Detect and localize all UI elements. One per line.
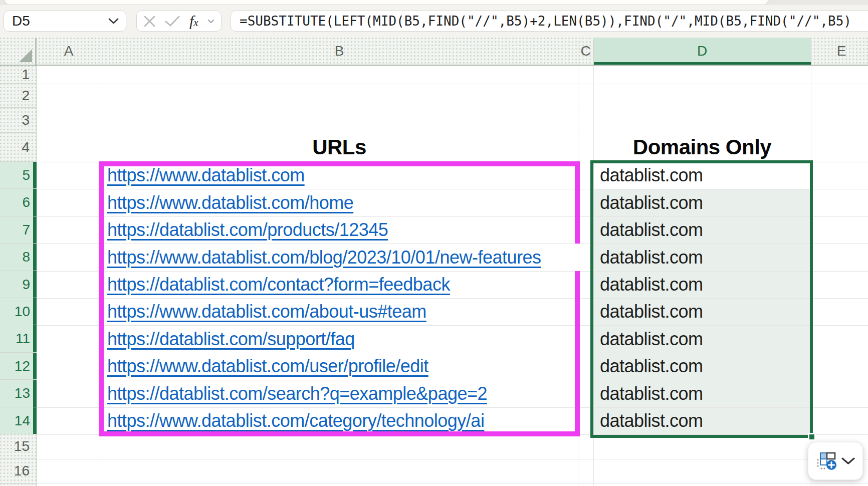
row-header-7[interactable]: 7	[0, 216, 37, 244]
quick-analysis-button[interactable]	[808, 442, 863, 480]
row-header-8[interactable]: 8	[0, 244, 37, 271]
cell-B14[interactable]: https://www.datablist.com/category/techn…	[101, 407, 578, 434]
gridline	[37, 84, 868, 84]
row-header-12[interactable]: 12	[0, 353, 37, 380]
row-header-2[interactable]: 2	[0, 84, 37, 108]
selected-row-bar	[33, 162, 37, 188]
insert-table-icon	[816, 451, 839, 471]
cell-B9[interactable]: https://datablist.com/contact?form=feedb…	[101, 271, 578, 298]
cell-B13[interactable]: https://datablist.com/search?q=example&p…	[101, 380, 578, 407]
column-header-separator	[101, 40, 101, 66]
magenta-annotation-border-bottom	[99, 431, 580, 436]
selected-row-bar	[33, 380, 37, 407]
selected-row-bar	[33, 189, 37, 216]
column-header-bottom-border	[0, 65, 868, 66]
row-header-16[interactable]: 16	[0, 459, 37, 483]
cell-B4[interactable]: URLs	[101, 133, 578, 162]
column-header-separator	[578, 40, 578, 66]
row-header-17[interactable]	[0, 483, 37, 486]
chevron-down-icon	[841, 457, 855, 465]
column-header-B[interactable]: B	[101, 38, 578, 65]
select-all-triangle-icon	[19, 49, 32, 62]
column-header-separator	[593, 40, 594, 66]
row-header-5[interactable]: 5	[0, 162, 37, 189]
cell-B7[interactable]: https://datablist.com/products/12345	[101, 216, 578, 244]
cell-B6[interactable]: https://www.datablist.com/home	[101, 189, 578, 216]
spreadsheet-grid: ABCDE12345678910111213141516URLsDomains …	[0, 0, 868, 486]
magenta-annotation-border-top	[99, 161, 580, 166]
selected-row-bar	[33, 353, 37, 379]
magenta-annotation-border-left	[99, 161, 104, 436]
url-hyperlink[interactable]: https://www.datablist.com/blog/2023/10/0…	[107, 247, 541, 268]
row-header-11[interactable]: 11	[0, 325, 37, 353]
selection-border	[590, 160, 813, 438]
url-hyperlink[interactable]: https://www.datablist.com/about-us#team	[107, 301, 426, 322]
column-header-separator	[811, 40, 811, 66]
column-header-E[interactable]: E	[811, 38, 868, 65]
selected-row-bar	[33, 325, 37, 352]
url-hyperlink[interactable]: https://datablist.com/contact?form=feedb…	[107, 274, 450, 295]
row-header-4[interactable]: 4	[0, 133, 37, 162]
selected-row-bar	[33, 216, 37, 243]
row-header-10[interactable]: 10	[0, 298, 37, 325]
cell-B12[interactable]: https://www.datablist.com/user/profile/e…	[101, 353, 578, 380]
url-hyperlink[interactable]: https://www.datablist.com/home	[107, 192, 353, 213]
selected-row-bar	[33, 244, 37, 271]
column-header-A[interactable]: A	[37, 38, 101, 65]
gridline	[37, 483, 868, 484]
gridline	[37, 108, 868, 108]
url-hyperlink[interactable]: https://datablist.com/support/faq	[107, 329, 355, 350]
selected-row-bar	[33, 407, 37, 434]
gridline	[37, 459, 868, 459]
row-header-14[interactable]: 14	[0, 407, 37, 434]
cell-B10[interactable]: https://www.datablist.com/about-us#team	[101, 298, 578, 325]
row-header-1[interactable]: 1	[0, 66, 37, 84]
select-all-corner[interactable]	[0, 38, 37, 65]
url-hyperlink[interactable]: https://www.datablist.com	[107, 165, 305, 186]
magenta-annotation-border-right-lower	[575, 271, 580, 436]
cell-B8[interactable]: https://www.datablist.com/blog/2023/10/0…	[101, 244, 578, 271]
row-header-6[interactable]: 6	[0, 189, 37, 216]
selected-row-bar	[33, 271, 37, 298]
url-hyperlink[interactable]: https://www.datablist.com/user/profile/e…	[107, 356, 428, 377]
cell-D4[interactable]: Domains Only	[593, 133, 811, 162]
url-hyperlink[interactable]: https://datablist.com/products/12345	[107, 219, 388, 240]
url-hyperlink[interactable]: https://datablist.com/search?q=example&p…	[107, 383, 487, 404]
column-header-D[interactable]: D	[593, 38, 811, 65]
cell-B11[interactable]: https://datablist.com/support/faq	[101, 325, 578, 353]
row-header-3[interactable]: 3	[0, 108, 37, 133]
row-header-15[interactable]: 15	[0, 434, 37, 459]
row-header-9[interactable]: 9	[0, 271, 37, 298]
row-header-13[interactable]: 13	[0, 380, 37, 407]
selected-row-bar	[33, 298, 37, 325]
fill-handle[interactable]	[808, 433, 816, 441]
url-hyperlink[interactable]: https://www.datablist.com/category/techn…	[107, 410, 484, 431]
magenta-annotation-border-right-upper	[575, 161, 580, 244]
column-header-C[interactable]: C	[578, 38, 593, 65]
